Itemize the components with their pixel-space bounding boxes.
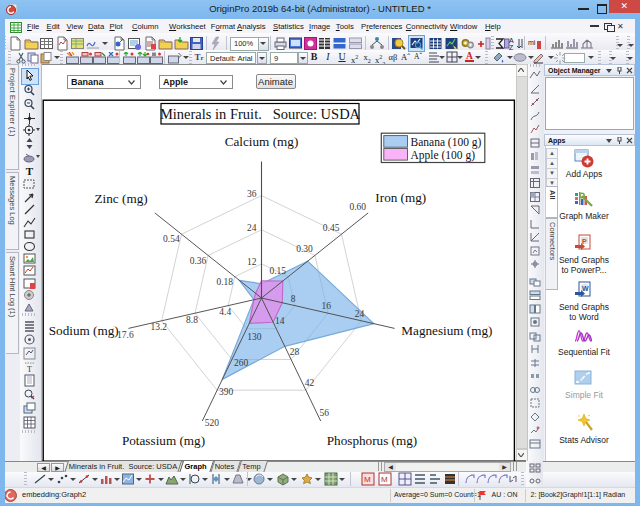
- svg-text:Sodium (mg): Sodium (mg): [49, 323, 119, 338]
- svg-text:Apple (100 g): Apple (100 g): [411, 149, 476, 162]
- svg-text:24: 24: [247, 223, 257, 233]
- svg-text:0.60: 0.60: [349, 202, 366, 212]
- svg-text:W: W: [582, 285, 589, 292]
- svg-text:Magnesium (mg): Magnesium (mg): [401, 323, 492, 338]
- svg-text:390: 390: [219, 387, 234, 397]
- svg-text:56: 56: [319, 408, 329, 418]
- svg-text:260: 260: [234, 358, 249, 368]
- svg-text:P: P: [582, 238, 587, 245]
- svg-text:130: 130: [247, 332, 262, 342]
- svg-text:24: 24: [355, 309, 365, 319]
- svg-text:36: 36: [247, 189, 257, 199]
- svg-text:Potassium (mg): Potassium (mg): [122, 433, 205, 448]
- svg-text:Calcium (mg): Calcium (mg): [225, 134, 299, 149]
- svg-text:Iron (mg): Iron (mg): [375, 190, 426, 205]
- svg-text:0.18: 0.18: [216, 277, 233, 287]
- svg-text:Zinc (mg): Zinc (mg): [95, 191, 148, 206]
- svg-text:M: M: [364, 475, 371, 484]
- svg-text:8: 8: [291, 294, 296, 304]
- svg-text:0.30: 0.30: [296, 244, 313, 254]
- svg-text:17.6: 17.6: [117, 330, 134, 340]
- svg-text:Phosphorus (mg): Phosphorus (mg): [327, 433, 417, 448]
- svg-text:0.36: 0.36: [190, 256, 207, 266]
- svg-text:0.54: 0.54: [163, 234, 180, 244]
- svg-text:28: 28: [290, 347, 300, 357]
- svg-text:520: 520: [205, 418, 220, 428]
- svg-text:8.8: 8.8: [186, 315, 198, 325]
- svg-text:Minerals in Fruit. Source: U: Minerals in Fruit. Source: USDA: [160, 106, 361, 122]
- svg-text:12: 12: [247, 257, 257, 267]
- svg-text:Banana (100 g): Banana (100 g): [411, 136, 482, 149]
- svg-text:13.2: 13.2: [150, 322, 167, 332]
- svg-text:16: 16: [321, 301, 331, 311]
- svg-text:0.15: 0.15: [269, 266, 286, 276]
- svg-text:4.4: 4.4: [219, 307, 231, 317]
- svg-text:14: 14: [275, 316, 285, 326]
- svg-text:42: 42: [305, 378, 315, 388]
- svg-text:M: M: [381, 475, 388, 484]
- svg-text:0.45: 0.45: [323, 223, 340, 233]
